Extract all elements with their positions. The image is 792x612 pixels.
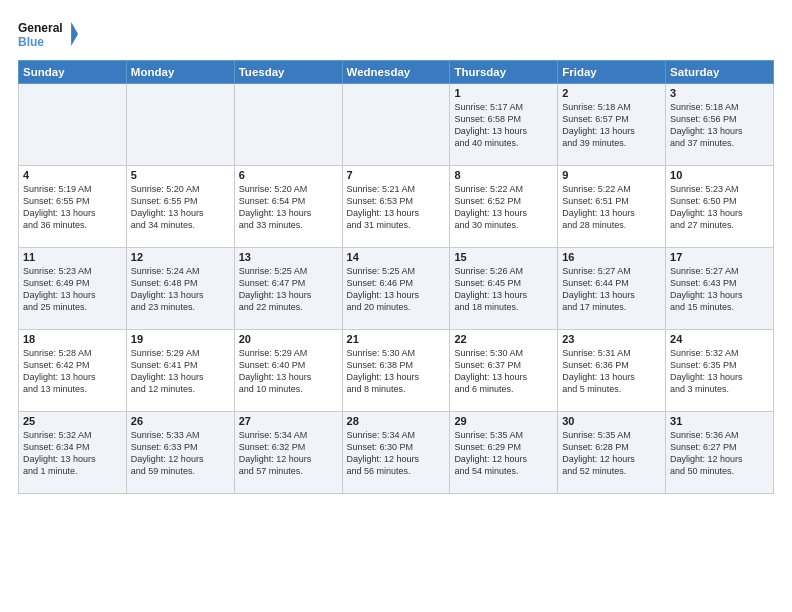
day-number: 4 bbox=[23, 169, 122, 181]
week-row-4: 18Sunrise: 5:28 AM Sunset: 6:42 PM Dayli… bbox=[19, 330, 774, 412]
day-info: Sunrise: 5:22 AM Sunset: 6:52 PM Dayligh… bbox=[454, 183, 553, 232]
day-number: 22 bbox=[454, 333, 553, 345]
page-header: General Blue bbox=[18, 16, 774, 52]
day-number: 12 bbox=[131, 251, 230, 263]
day-info: Sunrise: 5:32 AM Sunset: 6:35 PM Dayligh… bbox=[670, 347, 769, 396]
calendar-cell: 31Sunrise: 5:36 AM Sunset: 6:27 PM Dayli… bbox=[666, 412, 774, 494]
day-number: 11 bbox=[23, 251, 122, 263]
calendar-cell bbox=[342, 84, 450, 166]
calendar-cell: 4Sunrise: 5:19 AM Sunset: 6:55 PM Daylig… bbox=[19, 166, 127, 248]
day-info: Sunrise: 5:18 AM Sunset: 6:57 PM Dayligh… bbox=[562, 101, 661, 150]
weekday-header-thursday: Thursday bbox=[450, 61, 558, 84]
calendar-cell: 8Sunrise: 5:22 AM Sunset: 6:52 PM Daylig… bbox=[450, 166, 558, 248]
day-info: Sunrise: 5:36 AM Sunset: 6:27 PM Dayligh… bbox=[670, 429, 769, 478]
calendar-cell: 2Sunrise: 5:18 AM Sunset: 6:57 PM Daylig… bbox=[558, 84, 666, 166]
day-info: Sunrise: 5:22 AM Sunset: 6:51 PM Dayligh… bbox=[562, 183, 661, 232]
day-info: Sunrise: 5:33 AM Sunset: 6:33 PM Dayligh… bbox=[131, 429, 230, 478]
day-number: 6 bbox=[239, 169, 338, 181]
day-info: Sunrise: 5:26 AM Sunset: 6:45 PM Dayligh… bbox=[454, 265, 553, 314]
calendar-cell: 15Sunrise: 5:26 AM Sunset: 6:45 PM Dayli… bbox=[450, 248, 558, 330]
svg-marker-2 bbox=[71, 22, 78, 46]
day-number: 25 bbox=[23, 415, 122, 427]
day-info: Sunrise: 5:18 AM Sunset: 6:56 PM Dayligh… bbox=[670, 101, 769, 150]
day-number: 21 bbox=[347, 333, 446, 345]
day-info: Sunrise: 5:17 AM Sunset: 6:58 PM Dayligh… bbox=[454, 101, 553, 150]
calendar-cell: 21Sunrise: 5:30 AM Sunset: 6:38 PM Dayli… bbox=[342, 330, 450, 412]
week-row-3: 11Sunrise: 5:23 AM Sunset: 6:49 PM Dayli… bbox=[19, 248, 774, 330]
day-info: Sunrise: 5:35 AM Sunset: 6:29 PM Dayligh… bbox=[454, 429, 553, 478]
calendar-cell bbox=[19, 84, 127, 166]
day-number: 18 bbox=[23, 333, 122, 345]
calendar-cell: 11Sunrise: 5:23 AM Sunset: 6:49 PM Dayli… bbox=[19, 248, 127, 330]
calendar-cell: 26Sunrise: 5:33 AM Sunset: 6:33 PM Dayli… bbox=[126, 412, 234, 494]
day-info: Sunrise: 5:25 AM Sunset: 6:47 PM Dayligh… bbox=[239, 265, 338, 314]
calendar-cell: 12Sunrise: 5:24 AM Sunset: 6:48 PM Dayli… bbox=[126, 248, 234, 330]
calendar-header-row: SundayMondayTuesdayWednesdayThursdayFrid… bbox=[19, 61, 774, 84]
day-info: Sunrise: 5:29 AM Sunset: 6:40 PM Dayligh… bbox=[239, 347, 338, 396]
day-info: Sunrise: 5:21 AM Sunset: 6:53 PM Dayligh… bbox=[347, 183, 446, 232]
day-number: 29 bbox=[454, 415, 553, 427]
day-number: 9 bbox=[562, 169, 661, 181]
calendar-cell: 24Sunrise: 5:32 AM Sunset: 6:35 PM Dayli… bbox=[666, 330, 774, 412]
day-number: 27 bbox=[239, 415, 338, 427]
calendar-table: SundayMondayTuesdayWednesdayThursdayFrid… bbox=[18, 60, 774, 494]
calendar-cell: 22Sunrise: 5:30 AM Sunset: 6:37 PM Dayli… bbox=[450, 330, 558, 412]
calendar-cell: 17Sunrise: 5:27 AM Sunset: 6:43 PM Dayli… bbox=[666, 248, 774, 330]
calendar-cell: 27Sunrise: 5:34 AM Sunset: 6:32 PM Dayli… bbox=[234, 412, 342, 494]
day-info: Sunrise: 5:35 AM Sunset: 6:28 PM Dayligh… bbox=[562, 429, 661, 478]
day-info: Sunrise: 5:23 AM Sunset: 6:49 PM Dayligh… bbox=[23, 265, 122, 314]
day-number: 17 bbox=[670, 251, 769, 263]
day-info: Sunrise: 5:23 AM Sunset: 6:50 PM Dayligh… bbox=[670, 183, 769, 232]
day-info: Sunrise: 5:34 AM Sunset: 6:32 PM Dayligh… bbox=[239, 429, 338, 478]
weekday-header-monday: Monday bbox=[126, 61, 234, 84]
day-number: 3 bbox=[670, 87, 769, 99]
calendar-cell: 3Sunrise: 5:18 AM Sunset: 6:56 PM Daylig… bbox=[666, 84, 774, 166]
day-info: Sunrise: 5:27 AM Sunset: 6:43 PM Dayligh… bbox=[670, 265, 769, 314]
calendar-cell: 1Sunrise: 5:17 AM Sunset: 6:58 PM Daylig… bbox=[450, 84, 558, 166]
svg-text:Blue: Blue bbox=[18, 35, 44, 49]
day-number: 5 bbox=[131, 169, 230, 181]
calendar-cell: 25Sunrise: 5:32 AM Sunset: 6:34 PM Dayli… bbox=[19, 412, 127, 494]
calendar-cell: 20Sunrise: 5:29 AM Sunset: 6:40 PM Dayli… bbox=[234, 330, 342, 412]
day-info: Sunrise: 5:34 AM Sunset: 6:30 PM Dayligh… bbox=[347, 429, 446, 478]
calendar-cell: 9Sunrise: 5:22 AM Sunset: 6:51 PM Daylig… bbox=[558, 166, 666, 248]
day-info: Sunrise: 5:30 AM Sunset: 6:37 PM Dayligh… bbox=[454, 347, 553, 396]
weekday-header-tuesday: Tuesday bbox=[234, 61, 342, 84]
day-number: 24 bbox=[670, 333, 769, 345]
day-info: Sunrise: 5:30 AM Sunset: 6:38 PM Dayligh… bbox=[347, 347, 446, 396]
svg-text:General: General bbox=[18, 21, 63, 35]
logo-svg: General Blue bbox=[18, 16, 78, 52]
day-number: 26 bbox=[131, 415, 230, 427]
day-number: 10 bbox=[670, 169, 769, 181]
calendar-cell: 29Sunrise: 5:35 AM Sunset: 6:29 PM Dayli… bbox=[450, 412, 558, 494]
day-info: Sunrise: 5:29 AM Sunset: 6:41 PM Dayligh… bbox=[131, 347, 230, 396]
day-info: Sunrise: 5:25 AM Sunset: 6:46 PM Dayligh… bbox=[347, 265, 446, 314]
calendar-cell bbox=[126, 84, 234, 166]
day-number: 8 bbox=[454, 169, 553, 181]
calendar-cell bbox=[234, 84, 342, 166]
calendar-cell: 28Sunrise: 5:34 AM Sunset: 6:30 PM Dayli… bbox=[342, 412, 450, 494]
calendar-cell: 16Sunrise: 5:27 AM Sunset: 6:44 PM Dayli… bbox=[558, 248, 666, 330]
day-info: Sunrise: 5:27 AM Sunset: 6:44 PM Dayligh… bbox=[562, 265, 661, 314]
day-info: Sunrise: 5:28 AM Sunset: 6:42 PM Dayligh… bbox=[23, 347, 122, 396]
day-number: 2 bbox=[562, 87, 661, 99]
calendar-cell: 7Sunrise: 5:21 AM Sunset: 6:53 PM Daylig… bbox=[342, 166, 450, 248]
day-number: 1 bbox=[454, 87, 553, 99]
calendar-cell: 10Sunrise: 5:23 AM Sunset: 6:50 PM Dayli… bbox=[666, 166, 774, 248]
calendar-cell: 5Sunrise: 5:20 AM Sunset: 6:55 PM Daylig… bbox=[126, 166, 234, 248]
day-info: Sunrise: 5:20 AM Sunset: 6:54 PM Dayligh… bbox=[239, 183, 338, 232]
calendar-cell: 13Sunrise: 5:25 AM Sunset: 6:47 PM Dayli… bbox=[234, 248, 342, 330]
day-number: 14 bbox=[347, 251, 446, 263]
day-number: 15 bbox=[454, 251, 553, 263]
day-info: Sunrise: 5:32 AM Sunset: 6:34 PM Dayligh… bbox=[23, 429, 122, 478]
calendar-cell: 18Sunrise: 5:28 AM Sunset: 6:42 PM Dayli… bbox=[19, 330, 127, 412]
day-info: Sunrise: 5:31 AM Sunset: 6:36 PM Dayligh… bbox=[562, 347, 661, 396]
day-number: 19 bbox=[131, 333, 230, 345]
day-info: Sunrise: 5:19 AM Sunset: 6:55 PM Dayligh… bbox=[23, 183, 122, 232]
calendar-cell: 19Sunrise: 5:29 AM Sunset: 6:41 PM Dayli… bbox=[126, 330, 234, 412]
day-info: Sunrise: 5:24 AM Sunset: 6:48 PM Dayligh… bbox=[131, 265, 230, 314]
day-number: 30 bbox=[562, 415, 661, 427]
day-number: 31 bbox=[670, 415, 769, 427]
calendar-cell: 23Sunrise: 5:31 AM Sunset: 6:36 PM Dayli… bbox=[558, 330, 666, 412]
day-number: 13 bbox=[239, 251, 338, 263]
